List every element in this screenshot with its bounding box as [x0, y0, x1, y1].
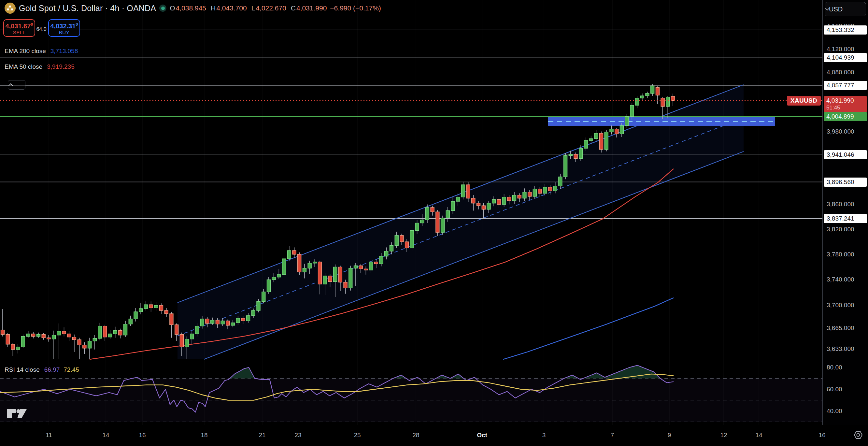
time-tick-label: 23 [294, 432, 301, 439]
candle [93, 335, 96, 350]
candle [32, 332, 35, 338]
candle [57, 324, 61, 359]
candle [62, 327, 66, 336]
symbol-price-tag: XAUUSD [787, 96, 821, 106]
candle [282, 256, 286, 276]
rsi-tick-label: 80.00 [823, 364, 868, 371]
chart-legend: Gold Spot / U.S. Dollar · 4h · OANDA O4,… [5, 3, 381, 14]
price-tick-label: 3,820.000 [823, 226, 868, 233]
price-tick-label: 3,780.000 [823, 251, 868, 258]
chevron-down-icon [825, 8, 830, 10]
ohlc-field: H4,043.700 [211, 4, 247, 12]
candle [589, 136, 593, 143]
price-tick-label: 3,700.000 [823, 302, 868, 309]
price-tick-label: 4,120.000 [823, 46, 868, 53]
ohlc-field: O4,038.945 [170, 4, 206, 12]
candle [636, 96, 639, 108]
time-tick-label: 12 [720, 432, 727, 439]
price-level-label: 3,837.241 [824, 214, 867, 223]
price-level-label: 3,896.560 [824, 178, 867, 187]
rsi-pane-canvas[interactable] [0, 360, 823, 425]
rsi-tick-label: 40.00 [823, 408, 868, 415]
change-value: −6.990 (−0.17%) [330, 4, 381, 12]
current-price-label: 4,031.99051:45 [824, 96, 867, 112]
candle [124, 321, 127, 337]
candle [651, 84, 654, 96]
price-level-label: 3,941.046 [824, 150, 867, 159]
gold-bar-icon [6, 8, 9, 10]
time-axis[interactable]: 1114161821232528Oct379121416 [0, 425, 868, 446]
indicator-value: 3,919.235 [47, 63, 74, 70]
collapse-legend-button[interactable] [8, 80, 25, 90]
candle [11, 343, 14, 356]
ohlc-values: O4,038.945H4,043.700L4,022.670C4,031.990 [170, 4, 327, 12]
candle [461, 182, 465, 200]
ohlc-field: L4,022.670 [251, 4, 286, 12]
candle [154, 302, 158, 311]
candle [1, 309, 5, 336]
sell-price: 4,031.670 [5, 21, 33, 30]
rsi-name: RSI 14 close [5, 366, 40, 373]
market-status-icon[interactable] [159, 5, 166, 12]
candle [292, 247, 296, 258]
candle [16, 344, 20, 354]
indicator-row[interactable]: EMA 50 close3,919.235 [5, 63, 74, 70]
indicator-value: 3,713.058 [51, 48, 78, 55]
candle [21, 334, 25, 348]
candle [564, 153, 567, 179]
candle [108, 330, 112, 339]
time-tick-label: 21 [258, 432, 266, 439]
price-pane-canvas[interactable] [0, 0, 823, 360]
candle [42, 333, 45, 340]
time-tick-label: 16 [818, 432, 825, 439]
price-axis[interactable]: USD 4,160.0004,120.0004,080.0003,980.000… [823, 0, 868, 446]
candle [630, 103, 634, 120]
candle [78, 338, 81, 359]
candle [113, 327, 117, 338]
candle [349, 266, 352, 291]
buy-label: BUY [59, 30, 69, 35]
time-tick-label: 3 [542, 432, 546, 439]
gold-instrument-icon[interactable] [5, 3, 16, 14]
candle [656, 86, 659, 104]
candle [67, 331, 71, 341]
sell-button[interactable]: 4,031.670 SELL [3, 19, 35, 37]
candle [604, 130, 608, 151]
candle [72, 334, 76, 352]
indicator-name: EMA 50 close [5, 63, 42, 70]
price-level-label: 4,057.777 [824, 81, 867, 90]
candle [83, 343, 86, 354]
time-tick-label: 14 [102, 432, 109, 439]
price-tick-label: 4,080.000 [823, 69, 868, 76]
buy-button[interactable]: 4,032.310 BUY [48, 19, 80, 37]
sell-label: SELL [13, 30, 26, 35]
time-tick-label: 11 [45, 432, 52, 439]
ohlc-field: C4,031.990 [291, 4, 327, 12]
price-level-label: 4,153.332 [824, 25, 867, 34]
candle [267, 277, 270, 294]
time-tick-label: 14 [755, 432, 762, 439]
candle [441, 216, 444, 235]
symbol-title[interactable]: Gold Spot / U.S. Dollar · 4h · OANDA [19, 4, 156, 13]
pane-separator[interactable] [0, 360, 868, 360]
candle [98, 323, 102, 340]
candle [36, 333, 40, 338]
rsi-legend-row[interactable]: RSI 14 close 66.9772.45 [5, 366, 79, 373]
candle [144, 301, 148, 310]
time-tick-label: Oct [477, 432, 487, 439]
price-tick-label: 3,665.000 [823, 325, 868, 332]
rsi-tick-label: 60.00 [823, 386, 868, 393]
candle [671, 93, 675, 106]
currency-dropdown[interactable]: USD [825, 2, 866, 16]
candle [298, 252, 301, 275]
indicator-row[interactable]: EMA 200 close3,713.058 [5, 48, 78, 55]
candle [640, 93, 644, 101]
price-tick-label: 3,740.000 [823, 276, 868, 283]
time-tick-label: 7 [611, 432, 614, 439]
time-tick-label: 16 [139, 432, 146, 439]
price-tick-label: 3,860.000 [823, 201, 868, 208]
time-tick-label: 18 [200, 432, 208, 439]
gold-bar-icon [10, 8, 13, 10]
candle [6, 333, 9, 347]
candle [410, 228, 414, 250]
